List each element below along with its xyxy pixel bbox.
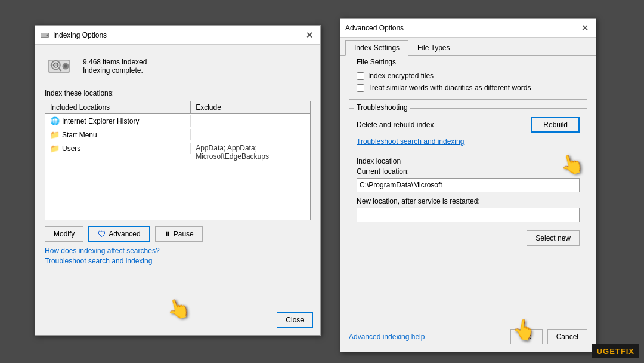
how-indexing-link[interactable]: How does indexing affect searches? xyxy=(45,247,311,255)
ok-button[interactable]: Ok xyxy=(510,329,542,344)
troubleshooting-label: Troubleshooting xyxy=(354,103,410,112)
cell-exclude xyxy=(191,115,310,118)
footer-buttons: Ok Cancel xyxy=(510,329,587,344)
cell-exclude xyxy=(191,129,310,131)
rebuild-button[interactable]: Rebuild xyxy=(531,117,580,133)
file-settings-label: File Settings xyxy=(354,58,398,66)
troubleshoot-row: Delete and rebuild index Rebuild xyxy=(357,117,580,133)
svg-rect-3 xyxy=(41,35,45,35)
table-body: 🌐 Internet Explorer History 📁 Start Menu xyxy=(45,114,310,218)
hdd-icon xyxy=(45,52,73,81)
ie-icon: 🌐 xyxy=(50,116,60,125)
current-location-input[interactable] xyxy=(357,178,580,192)
advanced-titlebar: Advanced Options ✕ xyxy=(340,19,596,38)
file-settings-group: File Settings Index encrypted files Trea… xyxy=(349,63,587,100)
modify-button[interactable]: Modify xyxy=(45,226,83,242)
advanced-title: Advanced Options xyxy=(345,24,404,32)
watermark: UGETFIX xyxy=(592,344,639,358)
adv-titlebar-left: Advanced Options xyxy=(345,24,404,32)
table-row: 🌐 Internet Explorer History xyxy=(45,114,310,128)
col-exclude-header: Exclude xyxy=(191,101,310,113)
pause-label: Pause xyxy=(174,230,194,238)
index-location-label: Index location xyxy=(354,157,403,165)
advanced-options-dialog: Advanced Options ✕ Index Settings File T… xyxy=(340,18,596,352)
cursor-hand-advanced: 👆 xyxy=(164,294,193,322)
advanced-button[interactable]: 🛡 Advanced xyxy=(88,226,150,242)
cell-included: 🌐 Internet Explorer History xyxy=(45,115,191,127)
diacritics-checkbox[interactable] xyxy=(357,84,364,92)
indexing-status: 9,468 items indexed Indexing complete. xyxy=(45,52,311,81)
pause-icon: ⏸ xyxy=(164,230,171,238)
troubleshooting-group: Troubleshooting Delete and rebuild index… xyxy=(349,108,587,153)
index-locations-label: Index these locations: xyxy=(45,89,311,97)
cell-included: 📁 Users xyxy=(45,143,191,154)
adv-footer: Advanced indexing help Ok Cancel xyxy=(340,329,596,344)
indexing-bottom-row: Close xyxy=(277,312,313,328)
table-row: 📁 Start Menu xyxy=(45,128,310,141)
index-location-section: Index location Current location: New loc… xyxy=(349,162,587,233)
adv-body: File Settings Index encrypted files Trea… xyxy=(340,56,596,249)
indexing-options-dialog: Indexing Options ✕ 9,4 xyxy=(35,25,321,336)
delete-rebuild-label: Delete and rebuild index xyxy=(357,121,434,129)
location-name: Users xyxy=(62,144,80,153)
location-name: Start Menu xyxy=(62,131,97,139)
cell-included: 📁 Start Menu xyxy=(45,129,191,140)
close-dialog-button[interactable]: Close xyxy=(277,312,313,328)
folder-icon: 📁 xyxy=(50,130,60,139)
current-location-label: Current location: xyxy=(357,167,580,176)
shield-icon: 🛡 xyxy=(98,229,106,239)
tabs-row: Index Settings File Types xyxy=(340,38,596,56)
locations-table: Included Locations Exclude 🌐 Internet Ex… xyxy=(45,101,311,220)
adv-indexing-help-link[interactable]: Advanced indexing help xyxy=(349,333,425,341)
buttons-row: Modify 🛡 Advanced ⏸ Pause xyxy=(45,226,311,242)
encrypt-label: Index encrypted files xyxy=(368,72,434,80)
items-indexed: 9,468 items indexed xyxy=(83,58,147,66)
watermark-suffix: FIX xyxy=(621,347,634,356)
location-name: Internet Explorer History xyxy=(62,117,139,125)
troubleshoot-link[interactable]: Troubleshoot search and indexing xyxy=(45,257,311,265)
svg-point-2 xyxy=(47,34,48,36)
advanced-close-button[interactable]: ✕ xyxy=(579,22,591,34)
diacritics-label: Treat similar words with diacritics as d… xyxy=(368,84,531,92)
checkbox-encrypted: Index encrypted files xyxy=(357,72,580,80)
encrypt-checkbox[interactable] xyxy=(357,72,364,80)
checkbox-diacritics: Treat similar words with diacritics as d… xyxy=(357,84,580,92)
indexing-complete: Indexing complete. xyxy=(83,66,147,75)
table-row: 📁 Users AppData; AppData; MicrosoftEdgeB… xyxy=(45,141,310,163)
indexing-close-button[interactable]: ✕ xyxy=(304,29,315,41)
links-row: How does indexing affect searches? Troub… xyxy=(45,247,311,265)
titlebar-left: Indexing Options xyxy=(40,30,107,40)
indexing-title: Indexing Options xyxy=(53,31,107,39)
svg-point-7 xyxy=(64,64,67,68)
advanced-label: Advanced xyxy=(109,230,140,238)
folder-icon: 📁 xyxy=(50,144,60,153)
watermark-prefix: UGET xyxy=(597,347,621,356)
indexing-body: 9,468 items indexed Indexing complete. I… xyxy=(35,45,320,272)
tab-index-settings[interactable]: Index Settings xyxy=(345,40,408,56)
table-header: Included Locations Exclude xyxy=(45,101,310,114)
new-location-input[interactable] xyxy=(357,208,580,222)
pause-button[interactable]: ⏸ Pause xyxy=(155,226,203,242)
new-location-label: New location, after service is restarted… xyxy=(357,197,580,205)
tab-file-types[interactable]: File Types xyxy=(408,40,459,56)
cancel-button[interactable]: Cancel xyxy=(547,329,587,344)
troubleshoot-search-link[interactable]: Troubleshoot search and indexing xyxy=(357,137,464,146)
indexing-titlebar: Indexing Options ✕ xyxy=(35,26,320,45)
col-included-header: Included Locations xyxy=(45,101,191,113)
hdd-title-icon xyxy=(40,30,49,40)
status-text: 9,468 items indexed Indexing complete. xyxy=(83,58,147,75)
select-new-button[interactable]: Select new xyxy=(527,230,580,246)
cell-exclude: AppData; AppData; MicrosoftEdgeBackups xyxy=(191,143,310,162)
